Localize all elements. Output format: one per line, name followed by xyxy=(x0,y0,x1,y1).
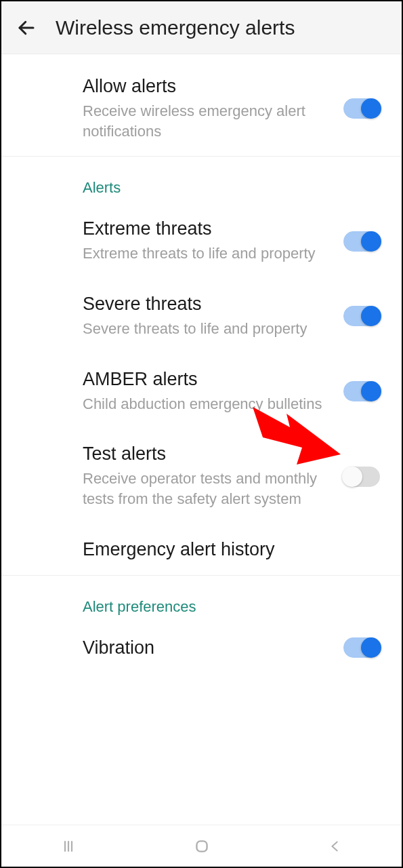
row-text: Allow alerts Receive wireless emergency … xyxy=(83,76,343,141)
row-severe-threats[interactable]: Severe threats Severe threats to life an… xyxy=(1,279,402,354)
recents-icon[interactable] xyxy=(58,836,79,856)
row-title: Severe threats xyxy=(83,294,333,315)
divider xyxy=(1,575,402,582)
row-text: Test alerts Receive operator tests and m… xyxy=(83,443,343,509)
toggle-extreme-threats[interactable] xyxy=(343,231,380,252)
row-title: Vibration xyxy=(83,637,333,658)
row-subtitle: Receive operator tests and monthly tests… xyxy=(83,469,333,509)
toggle-test-alerts[interactable] xyxy=(343,467,380,487)
row-subtitle: Child abduction emergency bulletins xyxy=(83,394,333,414)
row-emergency-history[interactable]: Emergency alert history xyxy=(1,524,402,575)
toggle-allow-alerts[interactable] xyxy=(343,98,380,119)
app-header: Wireless emergency alerts xyxy=(1,1,402,54)
row-title: AMBER alerts xyxy=(83,369,333,390)
row-subtitle: Extreme threats to life and property xyxy=(83,243,333,264)
row-title: Extreme threats xyxy=(83,218,333,239)
page-title: Wireless emergency alerts xyxy=(56,16,295,39)
row-subtitle: Severe threats to life and property xyxy=(83,319,333,339)
row-extreme-threats[interactable]: Extreme threats Extreme threats to life … xyxy=(1,203,402,279)
toggle-severe-threats[interactable] xyxy=(343,306,380,326)
row-text: Severe threats Severe threats to life an… xyxy=(83,294,343,339)
row-allow-alerts[interactable]: Allow alerts Receive wireless emergency … xyxy=(1,61,402,156)
row-text: Emergency alert history xyxy=(83,539,380,560)
content-area: Allow alerts Receive wireless emergency … xyxy=(1,54,402,825)
row-title: Test alerts xyxy=(83,443,333,465)
row-amber-alerts[interactable]: AMBER alerts Child abduction emergency b… xyxy=(1,354,402,429)
back-icon[interactable] xyxy=(16,18,37,38)
divider xyxy=(1,156,402,163)
home-icon[interactable] xyxy=(192,836,212,856)
row-title: Allow alerts xyxy=(83,76,333,97)
row-title: Emergency alert history xyxy=(83,539,369,560)
svg-rect-5 xyxy=(196,841,207,851)
row-text: Extreme threats Extreme threats to life … xyxy=(83,218,343,264)
toggle-vibration[interactable] xyxy=(343,637,380,658)
back-nav-icon[interactable] xyxy=(325,836,345,856)
toggle-amber-alerts[interactable] xyxy=(343,381,380,401)
row-vibration[interactable]: Vibration xyxy=(1,623,402,673)
section-label-alerts: Alerts xyxy=(1,163,402,203)
row-text: Vibration xyxy=(83,637,343,658)
row-test-alerts[interactable]: Test alerts Receive operator tests and m… xyxy=(1,429,402,524)
section-label-prefs: Alert preferences xyxy=(1,582,402,623)
row-subtitle: Receive wireless emergency alert notific… xyxy=(83,101,333,141)
system-navbar xyxy=(1,825,402,867)
row-text: AMBER alerts Child abduction emergency b… xyxy=(83,369,343,414)
